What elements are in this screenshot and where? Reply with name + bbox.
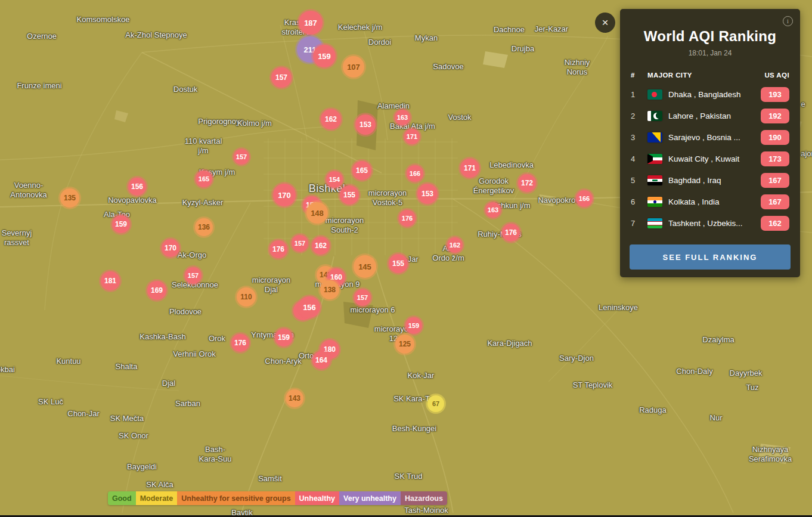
ranking-row[interactable]: 3 Sarajevo , Bosnia ... 190	[620, 126, 800, 148]
aqi-marker[interactable]: 162	[447, 237, 463, 253]
panel-title: World AQI Ranking	[620, 9, 800, 45]
see-full-ranking-button[interactable]: SEE FULL RANKING	[630, 244, 791, 270]
aqi-marker[interactable]: 155	[389, 254, 408, 273]
aqi-badge: 162	[761, 216, 789, 231]
legend-item: Moderate	[136, 491, 178, 505]
aqi-marker[interactable]: 166	[576, 190, 593, 207]
legend-item: Good	[108, 491, 136, 505]
city-cell: Dhaka , Bangladesh	[668, 90, 761, 99]
aqi-marker[interactable]: 145	[354, 255, 376, 278]
aqi-marker[interactable]: 172	[518, 174, 536, 192]
aqi-marker[interactable]: 153	[355, 114, 376, 135]
country-flag	[647, 197, 662, 207]
country-flag	[647, 218, 662, 228]
aqi-marker[interactable]: 135	[60, 188, 79, 208]
country-flag	[647, 89, 662, 100]
aqi-marker[interactable]: 159	[313, 45, 336, 67]
ranking-row[interactable]: 1 Dhaka , Bangladesh 193	[620, 83, 800, 105]
ranking-row[interactable]: 5 Baghdad , Iraq 167	[620, 169, 800, 191]
aqi-marker[interactable]: 148	[306, 202, 328, 224]
city-column-header: MAJOR CITY	[647, 72, 764, 79]
city-cell: Baghdad , Iraq	[668, 176, 761, 185]
aqi-marker[interactable]: 171	[404, 129, 420, 144]
rank-cell: 1	[631, 90, 647, 99]
aqi-badge: 167	[761, 194, 789, 209]
aqi-marker[interactable]: 143	[286, 389, 303, 407]
legend-item: Unhealthy	[295, 491, 339, 505]
aqi-badge: 190	[761, 130, 789, 145]
city-cell: Tashkent , Uzbekis...	[668, 219, 761, 228]
aqi-marker[interactable]: 110	[237, 287, 256, 307]
aqi-badge: 193	[761, 87, 789, 102]
city-cell: Kuwait City , Kuwait	[668, 154, 761, 163]
rank-cell: 7	[631, 219, 647, 228]
aqi-marker[interactable]: 154	[326, 171, 343, 188]
aqi-marker[interactable]: 157	[271, 67, 292, 88]
info-icon[interactable]: i	[783, 16, 793, 26]
ranking-row[interactable]: 7 Tashkent , Uzbekis... 162	[620, 212, 800, 234]
country-flag	[647, 154, 662, 164]
legend-item: Unhealthy for sensitive groups	[177, 491, 295, 505]
rank-cell: 4	[631, 154, 647, 163]
aqi-marker[interactable]: 170	[273, 184, 296, 206]
aqi-marker[interactable]: 157	[234, 149, 249, 165]
aqi-marker[interactable]: 157	[185, 267, 202, 284]
aqi-marker[interactable]: 162	[321, 109, 341, 129]
aqi-marker[interactable]: 156	[299, 296, 320, 318]
aqi-marker[interactable]: 165	[352, 161, 371, 180]
ranking-rows: 1 Dhaka , Bangladesh 193 2 Lahore , Paki…	[620, 83, 800, 234]
aqi-marker[interactable]: 176	[502, 224, 520, 242]
aqi-marker[interactable]: 176	[231, 334, 249, 352]
country-flag	[647, 175, 662, 185]
aqi-marker[interactable]: 165	[196, 171, 212, 187]
legend-item: Hazardous	[401, 491, 447, 505]
aqi-marker[interactable]: 138	[320, 280, 339, 299]
aqi-marker[interactable]: 171	[460, 159, 479, 178]
ranking-row[interactable]: 4 Kuwait City , Kuwait 173	[620, 148, 800, 169]
aqi-marker[interactable]: 176	[399, 210, 416, 227]
aqi-marker[interactable]: 159	[275, 329, 293, 346]
aqi-marker[interactable]: 162	[312, 237, 330, 255]
aqi-marker[interactable]: 153	[417, 184, 438, 204]
aqi-marker[interactable]: 163	[395, 110, 410, 125]
aqi-marker[interactable]: 181	[101, 271, 120, 290]
aqi-marker[interactable]: 155	[340, 185, 359, 205]
aqi-marker[interactable]: 176	[269, 240, 287, 258]
rank-column-header: #	[631, 72, 647, 79]
rank-cell: 2	[631, 112, 647, 120]
world-aqi-ranking-panel: i World AQI Ranking 18:01, Jan 24 # MAJO…	[620, 9, 800, 277]
aqi-marker[interactable]: 157	[292, 235, 308, 252]
rank-cell: 5	[631, 176, 647, 185]
rank-cell: 3	[631, 133, 647, 142]
close-panel-button[interactable]: ×	[595, 13, 615, 33]
aqi-marker[interactable]: 136	[195, 218, 213, 236]
aqi-marker[interactable]: 156	[128, 178, 146, 196]
legend-item: Very unhealthy	[339, 491, 401, 505]
aqi-marker[interactable]: 157	[354, 289, 371, 306]
aqi-column-header: US AQI	[764, 72, 789, 79]
aqi-badge: 167	[761, 173, 789, 188]
aqi-badge: 173	[761, 151, 789, 166]
aqi-marker[interactable]: 166	[407, 165, 423, 182]
rank-cell: 6	[631, 197, 647, 206]
panel-timestamp: 18:01, Jan 24	[620, 49, 800, 57]
aqi-legend: GoodModerateUnhealthy for sensitive grou…	[108, 491, 447, 505]
aqi-badge: 192	[761, 109, 789, 123]
aqi-marker[interactable]: 169	[147, 281, 166, 300]
country-flag	[647, 132, 662, 143]
aqi-marker[interactable]: 159	[112, 215, 130, 233]
aqi-marker[interactable]: 164	[312, 351, 330, 369]
aqi-marker[interactable]: 107	[343, 56, 364, 78]
ranking-row[interactable]: 6 Kolkata , India 167	[620, 191, 800, 212]
aqi-marker[interactable]: 159	[405, 317, 422, 334]
aqi-marker[interactable]: 163	[485, 202, 501, 218]
country-flag	[647, 111, 662, 121]
aqi-marker[interactable]: 125	[395, 335, 414, 354]
city-cell: Kolkata , India	[668, 197, 761, 206]
aqi-marker[interactable]: 170	[162, 239, 179, 257]
table-header: # MAJOR CITY US AQI	[631, 72, 789, 79]
aqi-marker[interactable]: 67	[427, 395, 444, 412]
ranking-row[interactable]: 2 Lahore , Pakistan 192	[620, 105, 800, 126]
aqi-marker[interactable]: 187	[299, 11, 323, 35]
city-cell: Sarajevo , Bosnia ...	[668, 133, 761, 142]
